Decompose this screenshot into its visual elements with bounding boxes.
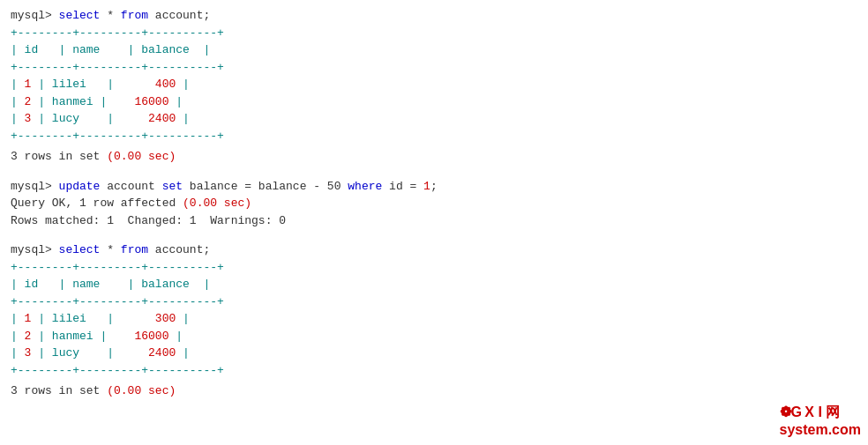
table2-border-mid: +--------+---------+----------+ [11, 293, 857, 311]
watermark-logo: ❁G [780, 404, 802, 419]
result3: 3 rows in set (0.00 sec) [11, 382, 857, 400]
table2-header: | id | name | balance | [11, 276, 857, 293]
query-line-1: mysql> select * from account; [11, 7, 857, 25]
kw-from-1: from [121, 9, 148, 22]
query-line-3: mysql> select * from account; [11, 241, 857, 259]
prompt-3: mysql> [11, 243, 59, 256]
table2-border-bottom: +--------+---------+----------+ [11, 362, 857, 380]
table2-row3: | 3 | lucy | 2400 | [11, 345, 857, 362]
table1-row1: | 1 | lilei | 400 | [11, 76, 857, 93]
table2-row1: | 1 | lilei | 300 | [11, 310, 857, 328]
table1-border-bottom: +--------+---------+----------+ [11, 128, 857, 145]
result2-line2: Rows matched: 1 Changed: 1 Warnings: 0 [11, 212, 857, 230]
watermark-domain: system.com [780, 422, 862, 437]
kw-select-1: select [59, 9, 101, 22]
table1-row2: | 2 | hanmei | 16000 | [11, 93, 857, 111]
table2-row2: | 2 | hanmei | 16000 | [11, 328, 857, 345]
prompt-1: mysql> [11, 9, 59, 22]
query-line-2: mysql> update account set balance = bala… [11, 178, 857, 196]
table1-row3: | 3 | lucy | 2400 | [11, 110, 857, 128]
terminal-output: mysql> select * from account; +--------+… [11, 7, 857, 400]
result2-line1: Query OK, 1 row affected (0.00 sec) [11, 195, 857, 212]
watermark-text: X I 网 [804, 404, 840, 419]
table1-border-mid: +--------+---------+----------+ [11, 59, 857, 77]
prompt-2: mysql> [11, 180, 59, 193]
table1-border-top: +--------+---------+----------+ [11, 25, 857, 42]
table1-header: | id | name | balance | [11, 41, 857, 59]
table2-border-top: +--------+---------+----------+ [11, 259, 857, 277]
result1: 3 rows in set (0.00 sec) [11, 148, 857, 166]
watermark: ❁G X I 网 system.com [780, 404, 862, 438]
